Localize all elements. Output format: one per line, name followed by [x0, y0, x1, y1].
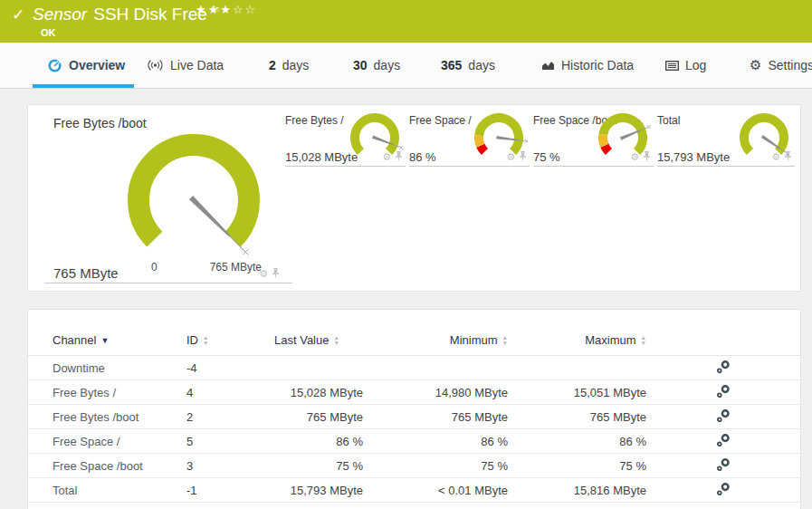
primary-gauge-value: 765 MByte: [53, 265, 119, 281]
column-header-min[interactable]: Minimum▲▼: [363, 333, 508, 355]
column-label: ID: [186, 333, 198, 347]
gauge-icon: [47, 58, 62, 73]
last-cell: 765 MByte: [274, 410, 363, 424]
tab-30-days[interactable]: 30days: [353, 43, 400, 88]
id-cell: 5: [186, 435, 274, 448]
sensor-header: ✓ SensorSSH Disk Free⚐ ★★★☆☆ OK: [0, 0, 812, 43]
max-cell: 86 %: [508, 435, 646, 448]
gauge-pin-icon[interactable]: [784, 149, 792, 165]
column-header-id[interactable]: ID▲▼: [186, 333, 274, 355]
gauge-pin-icon[interactable]: [272, 265, 280, 282]
secondary-gauge-block: Free Space /86 %⚙: [409, 114, 530, 167]
gauge-scale-min-label: 0: [151, 261, 158, 274]
gauge-dial: [115, 130, 273, 262]
chart-icon: [541, 60, 555, 71]
tab-historic-data[interactable]: Historic Data: [541, 43, 634, 88]
priority-stars[interactable]: ★★★☆☆: [196, 3, 257, 16]
secondary-gauge-title: Total: [657, 114, 680, 127]
channel-settings-cell: [646, 457, 800, 475]
channel-settings-cell: [646, 408, 800, 426]
tab-label: days: [468, 58, 495, 72]
tab-number: 30: [353, 58, 368, 72]
table-row: Free Space /boot375 %75 %75 %: [28, 454, 800, 478]
min-cell: 86 %: [363, 435, 508, 448]
channel-cell: Free Space /: [53, 435, 186, 448]
channel-settings-cell: [646, 482, 800, 499]
channel-cell: Free Space /boot: [53, 459, 186, 473]
tab-bar: OverviewLive Data2days30days365daysHisto…: [0, 43, 812, 89]
gear-icon: ⚙: [750, 57, 761, 73]
tab-overview[interactable]: Overview: [47, 43, 125, 88]
last-cell: 75 %: [274, 459, 363, 473]
min-cell: 75 %: [363, 459, 508, 473]
min-cell: 765 MByte: [363, 410, 508, 424]
tab-log[interactable]: Log: [665, 43, 706, 88]
secondary-gauge-value: 86 %: [409, 150, 436, 164]
column-label: Last Value: [274, 333, 329, 347]
tab-number: 365: [441, 58, 462, 72]
gauge-settings-gear-icon[interactable]: ⚙: [630, 151, 639, 163]
tab-label: Log: [685, 58, 706, 72]
channel-settings-icon[interactable]: [716, 384, 731, 401]
gauge-pin-icon[interactable]: [395, 149, 403, 165]
secondary-gauge-block: Free Bytes /15,028 MByte⚙: [285, 114, 406, 167]
tab-365-days[interactable]: 365days: [441, 43, 495, 88]
table-row: Free Space /586 %86 %86 %: [28, 429, 800, 454]
channel-cell: Free Bytes /boot: [53, 410, 186, 424]
channel-settings-cell: [646, 360, 800, 377]
column-header-last[interactable]: Last Value▲▼: [274, 333, 363, 355]
id-cell: -1: [186, 484, 274, 497]
gauge-settings-gear-icon[interactable]: ⚙: [259, 268, 268, 280]
tab-label: days: [374, 58, 401, 72]
sort-desc-icon: ▼: [100, 336, 109, 345]
channel-settings-icon[interactable]: [716, 457, 731, 475]
tab-settings[interactable]: ⚙Settings: [750, 43, 812, 88]
secondary-gauge-block: Total15,793 MByte⚙: [657, 114, 795, 167]
tab-number: 2: [269, 58, 276, 72]
table-row: Total-115,793 MByte< 0.01 MByte15,816 MB…: [28, 478, 800, 503]
column-header-max[interactable]: Maximum▲▼: [508, 333, 646, 355]
channel-settings-icon[interactable]: [716, 408, 731, 426]
gauges-panel: Free Bytes /boot 0 765 MByte 765 MByte ⚙…: [27, 104, 801, 292]
primary-gauge-title: Free Bytes /boot: [53, 116, 147, 130]
tab-label: Overview: [69, 58, 125, 72]
max-cell: 75 %: [508, 459, 646, 473]
column-label: Channel: [53, 333, 96, 347]
max-cell: 15,051 MByte: [508, 386, 646, 399]
channels-table-panel: Channel▼ID▲▼Last Value▲▼Minimum▲▼Maximum…: [27, 309, 801, 509]
gauge-settings-gear-icon[interactable]: ⚙: [382, 151, 391, 163]
tab-2-days[interactable]: 2days: [269, 43, 309, 88]
sensor-name: SSH Disk Free: [93, 5, 207, 24]
sensor-title: SensorSSH Disk Free⚐: [33, 5, 221, 24]
id-cell: -4: [186, 361, 274, 375]
broadcast-icon: [147, 59, 164, 72]
channel-settings-cell: [646, 433, 800, 450]
channel-settings-icon[interactable]: [716, 360, 731, 377]
table-body: Downtime-4Free Bytes /415,028 MByte14,98…: [28, 356, 800, 503]
secondary-gauge-block: Free Space /boot75 %⚙: [533, 114, 654, 167]
tab-live-data[interactable]: Live Data: [147, 43, 224, 88]
id-cell: 2: [186, 410, 274, 424]
sort-both-icon: ▲▼: [203, 335, 208, 345]
status-badge: OK: [41, 27, 56, 38]
column-label: Maximum: [585, 333, 635, 347]
id-cell: 3: [186, 459, 274, 473]
tab-label: Settings: [768, 58, 812, 72]
channel-cell: Free Bytes /: [53, 386, 186, 399]
secondary-gauge-value: 15,793 MByte: [657, 150, 730, 164]
max-cell: 15,816 MByte: [508, 484, 646, 497]
channel-settings-icon[interactable]: [716, 433, 731, 450]
gauge-settings-gear-icon[interactable]: ⚙: [771, 151, 780, 163]
gauge-pin-icon[interactable]: [643, 149, 651, 165]
secondary-gauge-title: Free Bytes /: [285, 114, 344, 127]
last-cell: 15,028 MByte: [274, 386, 363, 399]
min-cell: < 0.01 MByte: [363, 484, 508, 497]
secondary-gauge-icons: ⚙: [382, 149, 403, 165]
gauge-settings-gear-icon[interactable]: ⚙: [506, 151, 515, 163]
channel-settings-icon[interactable]: [716, 482, 731, 499]
sort-both-icon: ▲▼: [333, 335, 339, 345]
table-header-row: Channel▼ID▲▼Last Value▲▼Minimum▲▼Maximum…: [28, 310, 800, 356]
gauge-pin-icon[interactable]: [519, 149, 527, 165]
column-header-channel[interactable]: Channel▼: [53, 333, 186, 355]
tab-label: Live Data: [170, 58, 224, 72]
